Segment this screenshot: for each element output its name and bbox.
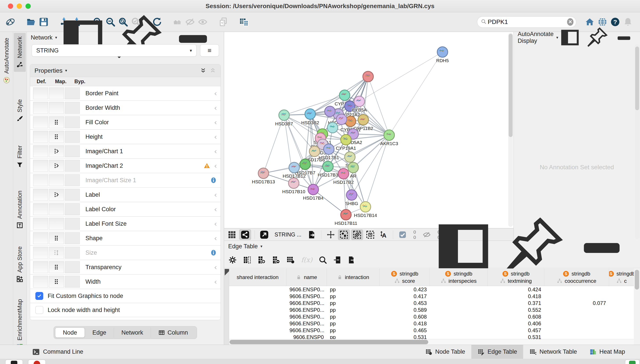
show-table-panel-button[interactable] (238, 15, 250, 28)
show-columns-button[interactable] (241, 254, 253, 266)
tab-column[interactable]: Column (151, 328, 196, 338)
graph-node-hsd3b2[interactable]: HSD3B2 (301, 109, 319, 125)
export-table-file-button[interactable] (346, 254, 358, 266)
property-row[interactable]: Label Font Size‹ (30, 217, 221, 231)
property-mapping-cell[interactable] (49, 247, 64, 258)
clear-search-button[interactable]: ✕ (567, 18, 573, 26)
collapse-chevron-icon[interactable]: ‹ (214, 220, 217, 228)
property-mapping-cell[interactable] (49, 174, 64, 186)
property-default-cell[interactable] (33, 174, 48, 186)
command-line-button[interactable]: Command Line (32, 348, 83, 356)
property-row[interactable]: Transparency‹ (30, 260, 221, 275)
move-tool-button[interactable] (325, 230, 337, 240)
property-row[interactable]: Size (30, 246, 221, 260)
property-default-cell[interactable] (33, 116, 48, 128)
column-header-textmining[interactable]: Sstringdbtextmining (488, 268, 544, 286)
minimize-panel-button[interactable] (613, 26, 636, 49)
float-panel-button[interactable] (558, 26, 581, 49)
edge-table-caret-icon[interactable]: ▾ (261, 244, 262, 249)
property-bypass-cell[interactable] (65, 116, 80, 128)
selection-checkbox-button[interactable] (397, 230, 408, 240)
property-mapping-cell[interactable] (49, 261, 64, 273)
property-bypass-cell[interactable] (65, 102, 80, 114)
collapse-chevron-icon[interactable]: ‹ (214, 191, 217, 198)
collapse-chevron-icon[interactable]: ‹ (214, 206, 217, 213)
property-mapping-cell[interactable] (49, 276, 64, 288)
network-view-scrollbar-thumb[interactable] (509, 34, 513, 137)
table-row[interactable]: 9606.ENSP0...pp0.5890.552 (229, 306, 634, 313)
column-header-cooccurrence[interactable]: Sstringdbcooccurrence (544, 268, 609, 286)
collapse-chevron-icon[interactable]: ‹ (214, 234, 217, 242)
table-row[interactable]: 9606.ENSP0...pp0.4170.418 (229, 293, 634, 300)
property-bypass-cell[interactable] (65, 261, 80, 273)
property-row[interactable]: Border Paint‹ (30, 86, 221, 101)
open-session-button[interactable] (25, 15, 37, 28)
graph-node-shbg[interactable]: SHBG (345, 190, 358, 206)
search-input[interactable] (486, 18, 567, 26)
collapse-chevron-icon[interactable]: ‹ (214, 118, 217, 126)
property-bypass-cell[interactable] (65, 203, 80, 215)
property-mapping-cell[interactable] (49, 189, 64, 201)
label-tool-button[interactable]: A (378, 230, 389, 240)
property-default-cell[interactable] (33, 232, 48, 244)
property-default-cell[interactable] (33, 145, 48, 157)
graph-node-rdh5[interactable]: RDH5 (436, 47, 449, 63)
column-header-interspecies[interactable]: Sstringdbinterspecies (430, 268, 488, 286)
edge-table-hscrollbar-thumb[interactable] (230, 340, 428, 344)
column-header-name[interactable]: name (286, 268, 327, 286)
select-annotations-button[interactable] (364, 230, 376, 240)
property-row[interactable]: Label‹ (30, 188, 221, 202)
open-in-window-button[interactable] (258, 230, 270, 240)
property-row[interactable]: Image/Chart 1‹ (30, 144, 221, 159)
delete-column-button[interactable] (270, 254, 282, 266)
property-bypass-cell[interactable] (65, 160, 80, 172)
select-edges-button[interactable] (351, 230, 363, 240)
edge-table-hscrollbar[interactable] (229, 339, 634, 345)
graph-edge[interactable] (313, 190, 346, 215)
graph-node[interactable] (363, 71, 373, 82)
statusbar-tab-network-table[interactable]: Network Table (523, 345, 583, 359)
graph-edge[interactable] (389, 52, 443, 135)
pin-panel-button[interactable] (585, 26, 609, 49)
table-row[interactable]: 9606.ENSP0...pp0.4230.424 (229, 286, 634, 293)
select-all-table-button[interactable] (284, 254, 297, 266)
property-bypass-cell[interactable] (65, 145, 80, 157)
property-default-cell[interactable] (33, 261, 48, 273)
graph-node[interactable] (336, 114, 347, 125)
property-default-cell[interactable] (33, 247, 48, 258)
property-bypass-cell[interactable] (65, 276, 80, 288)
birds-eye-grid-button[interactable] (226, 230, 238, 240)
property-mapping-cell[interactable] (49, 218, 64, 230)
property-bypass-cell[interactable] (65, 218, 80, 230)
edge-table-vscrollbar[interactable] (634, 268, 640, 345)
properties-caret-icon[interactable]: ▾ (65, 68, 67, 73)
property-default-cell[interactable] (33, 131, 48, 143)
table-mode-gear-button[interactable] (226, 254, 239, 266)
table-row[interactable]: 9606.ENSP0...pp0.4650.457 (229, 327, 634, 334)
collapse-chevron-icon[interactable]: ‹ (214, 278, 217, 286)
graph-node-ar[interactable]: AR (348, 162, 358, 178)
collapse-chevron-icon[interactable]: ‹ (214, 90, 217, 97)
property-default-cell[interactable] (33, 189, 48, 201)
property-mapping-cell[interactable] (49, 160, 64, 172)
property-mapping-cell[interactable] (49, 116, 64, 128)
column-header-score[interactable]: Sstringdbscore (379, 268, 430, 286)
property-row[interactable]: Image/Chart 2‹ (30, 159, 221, 173)
property-default-cell[interactable] (33, 203, 48, 215)
property-row[interactable]: Fill Color‹ (30, 115, 221, 130)
property-default-cell[interactable] (33, 276, 48, 288)
property-row[interactable]: Width‹ (30, 275, 221, 289)
checkbox[interactable] (35, 306, 43, 314)
tab-network[interactable]: Network (114, 328, 151, 338)
collapse-chevron-icon[interactable]: ‹ (214, 104, 217, 112)
property-bypass-cell[interactable] (65, 131, 80, 143)
property-default-cell[interactable] (33, 218, 48, 230)
network-graph[interactable]: RDH5CYP11A1CYP21A2CYB5AHSD17B8CYP17A1CYP… (224, 32, 513, 228)
property-mapping-cell[interactable] (49, 131, 64, 143)
collapse-chevron-icon[interactable]: ‹ (214, 133, 217, 140)
style-selector[interactable]: STRING ▾ (32, 44, 197, 57)
import-table-file-button[interactable] (331, 254, 343, 266)
property-bypass-cell[interactable] (65, 174, 80, 186)
graph-node[interactable] (327, 122, 338, 133)
property-bypass-cell[interactable] (65, 232, 80, 244)
